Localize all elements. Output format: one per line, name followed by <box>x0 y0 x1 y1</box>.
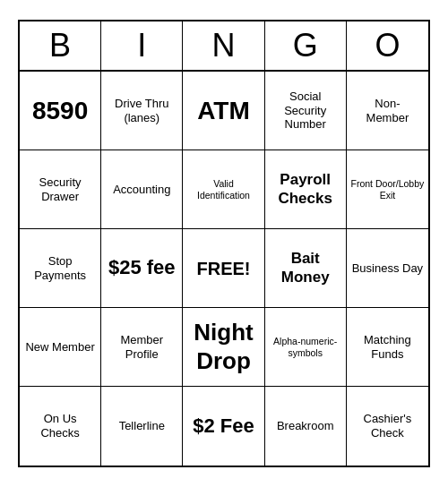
bingo-cell: Accounting <box>101 150 183 229</box>
bingo-cell: $25 fee <box>101 229 183 308</box>
header-letter: N <box>183 21 264 70</box>
bingo-cell: Member Profile <box>101 308 183 387</box>
bingo-cell: Social Security Number <box>265 72 347 150</box>
header-letter: O <box>347 21 428 70</box>
bingo-card: BINGO 8590Drive Thru(lanes)ATMSocial Sec… <box>18 20 430 467</box>
bingo-cell: Non-Member <box>347 72 428 150</box>
header-letter: B <box>20 21 101 70</box>
bingo-cell: Cashier's Check <box>347 387 428 466</box>
bingo-cell: Payroll Checks <box>265 150 347 229</box>
bingo-cell: Front Door/Lobby Exit <box>347 150 428 229</box>
bingo-header: BINGO <box>20 21 428 72</box>
bingo-cell: Matching Funds <box>347 308 428 387</box>
bingo-cell: Tellerline <box>101 387 183 466</box>
header-letter: I <box>101 21 183 70</box>
bingo-cell: Bait Money <box>265 229 347 308</box>
bingo-cell: On Us Checks <box>20 387 101 466</box>
bingo-cell: ATM <box>183 72 264 150</box>
bingo-cell: New Member <box>20 308 101 387</box>
bingo-cell: Drive Thru(lanes) <box>101 72 183 150</box>
bingo-cell: Breakroom <box>265 387 347 466</box>
bingo-cell: FREE! <box>183 229 264 308</box>
bingo-cell: Business Day <box>347 229 428 308</box>
bingo-cell: Valid Identification <box>183 150 264 229</box>
bingo-cell: Alpha-numeric-symbols <box>265 308 347 387</box>
bingo-cell: $2 Fee <box>183 387 264 466</box>
bingo-cell: 8590 <box>20 72 101 150</box>
bingo-grid: 8590Drive Thru(lanes)ATMSocial Security … <box>20 72 428 466</box>
header-letter: G <box>265 21 347 70</box>
bingo-cell: Night Drop <box>183 308 264 387</box>
bingo-cell: Stop Payments <box>20 229 101 308</box>
bingo-cell: Security Drawer <box>20 150 101 229</box>
